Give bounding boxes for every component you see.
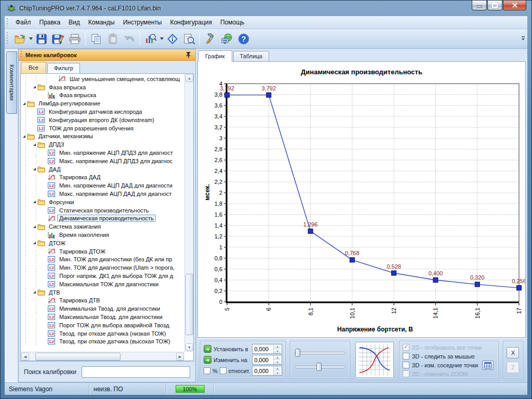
- expander-icon[interactable]: [31, 225, 37, 228]
- view-option-checkbox[interactable]: [403, 344, 409, 351]
- tree-item-label[interactable]: Мин. ТОЖ для диагностики (Ulam > порога,: [57, 264, 177, 271]
- tree-item[interactable]: 1.2Статическая производительность: [21, 206, 184, 215]
- slider-1[interactable]: [294, 348, 346, 357]
- comments-tab[interactable]: Комментарии: [6, 51, 17, 114]
- tree-item[interactable]: Система зажигания: [21, 222, 184, 231]
- menu-file[interactable]: Файл: [11, 17, 35, 28]
- info-button[interactable]: [164, 31, 181, 47]
- tree-item[interactable]: Время накопления: [21, 231, 184, 239]
- undo-button[interactable]: [121, 31, 138, 47]
- tree-item[interactable]: 1.2Мин. ТОЖ для диагностики (Ulam > поро…: [21, 263, 184, 272]
- expander-icon[interactable]: [31, 168, 37, 170]
- menu-edit[interactable]: Правка: [35, 17, 65, 28]
- spin-down-icon[interactable]: ▼: [274, 349, 281, 354]
- percent-checkbox[interactable]: [204, 367, 210, 374]
- expander-icon[interactable]: [31, 143, 37, 146]
- set-value-input[interactable]: [252, 344, 273, 353]
- spin-down-icon[interactable]: ▼: [274, 371, 281, 376]
- tree-item[interactable]: 1.2Максимальная Твозд. для диагностики: [21, 313, 184, 321]
- tree-item[interactable]: ДПДЗ: [21, 140, 184, 149]
- expander-icon[interactable]: [31, 242, 37, 244]
- tree-item[interactable]: 1.2Мин. напряжение АЦП ДАД для диагности: [21, 181, 184, 190]
- tree-item-label[interactable]: Максимальная Твозд. для диагностики: [57, 313, 165, 321]
- tree-vertical-scrollbar[interactable]: ▲ ▼: [184, 74, 193, 352]
- table-grid-button[interactable]: [482, 361, 494, 370]
- scroll-down-button[interactable]: ▼: [185, 343, 193, 351]
- performance-chart[interactable]: 00,20,40,60,811,21,41,61,822,22,42,62,83…: [198, 62, 525, 337]
- apply-change-button[interactable]: ➔: [204, 356, 211, 364]
- tree-item[interactable]: 1.2Минимальная Твозд. для диагностики: [21, 304, 184, 313]
- toolbar-overflow-button[interactable]: [520, 31, 526, 47]
- tree-item[interactable]: 1.2Порог напряж. ДК1 для выбора ТОЖ для …: [21, 272, 184, 280]
- tree-item-label[interactable]: ДАД: [47, 166, 63, 173]
- tree-item-label[interactable]: Динамическая производительность: [57, 215, 156, 222]
- tree-item-label[interactable]: Макс. напряжение АЦП ДАД для диагност: [57, 190, 174, 197]
- tree-item-label[interactable]: ДТВ: [47, 289, 62, 296]
- tree-item[interactable]: 1.2Мин. ТОЖ для диагностики (без ДК или …: [21, 256, 184, 264]
- tree-item-label[interactable]: Минимальная Твозд. для диагностики: [57, 305, 162, 312]
- menu-view[interactable]: Вид: [64, 17, 84, 28]
- scroll-up-button[interactable]: ▲: [185, 74, 193, 82]
- chart-mode-dropdown[interactable]: [159, 31, 164, 47]
- tab-all[interactable]: Все: [21, 62, 46, 73]
- slider-track[interactable]: [295, 352, 345, 354]
- tab-table[interactable]: Таблица: [233, 51, 269, 61]
- z-axis-button[interactable]: Z: [507, 362, 519, 373]
- tree-item[interactable]: Шаг уменьшения смещения, составляющ: [21, 75, 184, 83]
- scroll-left-button[interactable]: ◀: [21, 353, 29, 361]
- tree-item-label[interactable]: Лямбда-регулирование: [36, 100, 102, 107]
- expander-icon[interactable]: [21, 135, 27, 138]
- open-button[interactable]: [11, 31, 28, 47]
- spin-down-icon[interactable]: ▼: [274, 360, 281, 365]
- open-dropdown[interactable]: [28, 31, 33, 47]
- tab-filter[interactable]: Фильтр: [47, 63, 80, 73]
- tree-item[interactable]: 1.2Твозд. при отказе датчика (высокая ТО…: [21, 338, 184, 346]
- tree-item-label[interactable]: Тарировка ДАД: [57, 174, 103, 181]
- expander-icon[interactable]: [31, 291, 37, 294]
- slider-2[interactable]: [294, 362, 346, 371]
- close-button[interactable]: [503, 1, 526, 10]
- tree-item-label[interactable]: Статическая производительность: [57, 207, 151, 214]
- apply-set-button[interactable]: ➔: [204, 345, 211, 353]
- tree-item-label[interactable]: Конфигурация датчиков кислорода: [47, 108, 144, 115]
- tree-item[interactable]: 1.2Конфигурация датчиков кислорода: [21, 108, 184, 116]
- tree-item-label[interactable]: Твозд. при отказе датчика (низкая ТОЖ): [57, 330, 168, 337]
- tree-item-label[interactable]: Конфигурация второго ДК (downstream): [47, 116, 156, 124]
- tab-graph[interactable]: График: [198, 50, 232, 62]
- relative-value-input[interactable]: [252, 366, 273, 375]
- slider-thumb[interactable]: [295, 349, 300, 357]
- save-as-button[interactable]: [50, 31, 66, 47]
- spin-up-icon[interactable]: ▲: [274, 355, 281, 360]
- tree-item-label[interactable]: Порог напряж. ДК1 для выбора ТОЖ для д: [57, 272, 175, 280]
- tree-item-label[interactable]: Фаза впрыска: [57, 91, 98, 99]
- help-button[interactable]: ?: [235, 31, 252, 47]
- copy-button[interactable]: [88, 31, 104, 47]
- tree-item[interactable]: ДТВ: [21, 288, 184, 297]
- tree-item[interactable]: 1.2Макс. напряжение АЦП ДАД для диагност: [21, 190, 184, 198]
- tree-item-label[interactable]: Система зажигания: [47, 223, 103, 230]
- tree-item-label[interactable]: Шаг уменьшения смещения, составляющ: [68, 75, 182, 83]
- panel-grip[interactable]: [20, 51, 23, 59]
- menu-grip[interactable]: [6, 18, 9, 27]
- tree-item[interactable]: 1.2Мин. напряжение АЦП ДПДЗ для диагност: [21, 149, 184, 157]
- chart-mode-button[interactable]: [142, 31, 159, 47]
- tree-item[interactable]: ДТОЖ: [21, 239, 184, 247]
- tree-horizontal-scrollbar[interactable]: ◀ ▶: [21, 352, 184, 361]
- tree-item-label[interactable]: Датчики, механизмы: [36, 132, 95, 140]
- x-axis-button[interactable]: X: [507, 347, 519, 358]
- expander-icon[interactable]: [21, 102, 27, 105]
- tree-item[interactable]: 1.2Твозд. при отказе датчика (низкая ТОЖ…: [21, 329, 184, 338]
- tree-item-label[interactable]: Фаза впрыска: [47, 84, 88, 91]
- tree-item-label[interactable]: Мин. напряжение АЦП ДПДЗ для диагност: [57, 149, 175, 156]
- tree-item[interactable]: Тарировка ДАД: [21, 174, 184, 182]
- pin-icon[interactable]: [185, 51, 191, 58]
- preview-button[interactable]: [181, 31, 197, 47]
- change-value-input[interactable]: [252, 355, 273, 364]
- spin-up-icon[interactable]: ▲: [274, 366, 281, 371]
- view-option-checkbox[interactable]: [403, 370, 409, 377]
- relative-checkbox[interactable]: [220, 367, 227, 374]
- tree-item[interactable]: 1.2Конфигурация второго ДК (downstream): [21, 116, 184, 124]
- expander-icon[interactable]: [31, 201, 37, 203]
- tree-item[interactable]: 1.2Макс. напряжение АЦП ДПДЗ для диагнос: [21, 157, 184, 165]
- view-option-checkbox[interactable]: [403, 362, 409, 368]
